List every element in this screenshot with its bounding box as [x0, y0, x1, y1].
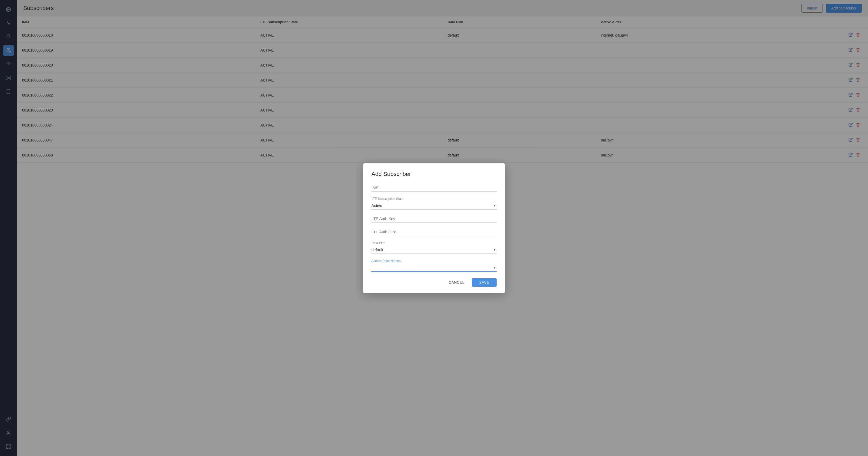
lte-subscription-select[interactable]: Active Inactive	[371, 202, 497, 209]
lte-subscription-label: LTE Subscription State	[371, 197, 497, 201]
imsi-input[interactable]	[371, 184, 497, 192]
apn-label: Access Point Names	[371, 259, 497, 263]
apn-select-wrapper: ▾	[371, 264, 497, 272]
lte-auth-key-group	[371, 215, 497, 223]
lte-auth-key-input[interactable]	[371, 215, 497, 223]
apn-select[interactable]	[371, 264, 497, 271]
data-plan-select-wrapper: default ▾	[371, 246, 497, 254]
add-subscriber-dialog: Add Subscriber LTE Subscription State Ac…	[363, 163, 505, 293]
data-plan-group: Data Plan default ▾	[371, 241, 497, 254]
data-plan-select[interactable]: default	[371, 246, 497, 254]
lte-subscription-group: LTE Subscription State Active Inactive ▾	[371, 197, 497, 209]
cancel-button[interactable]: Cancel	[444, 278, 469, 287]
lte-auth-opc-group	[371, 228, 497, 236]
dialog-actions: Cancel Save	[371, 278, 497, 287]
lte-auth-opc-input[interactable]	[371, 228, 497, 236]
data-plan-label: Data Plan	[371, 241, 497, 245]
dialog-title: Add Subscriber	[371, 171, 497, 177]
lte-subscription-select-wrapper: Active Inactive ▾	[371, 202, 497, 209]
save-button[interactable]: Save	[472, 278, 497, 287]
modal-overlay[interactable]: Add Subscriber LTE Subscription State Ac…	[0, 0, 868, 456]
apn-group: Access Point Names ▾	[371, 259, 497, 272]
imsi-field-group	[371, 184, 497, 192]
